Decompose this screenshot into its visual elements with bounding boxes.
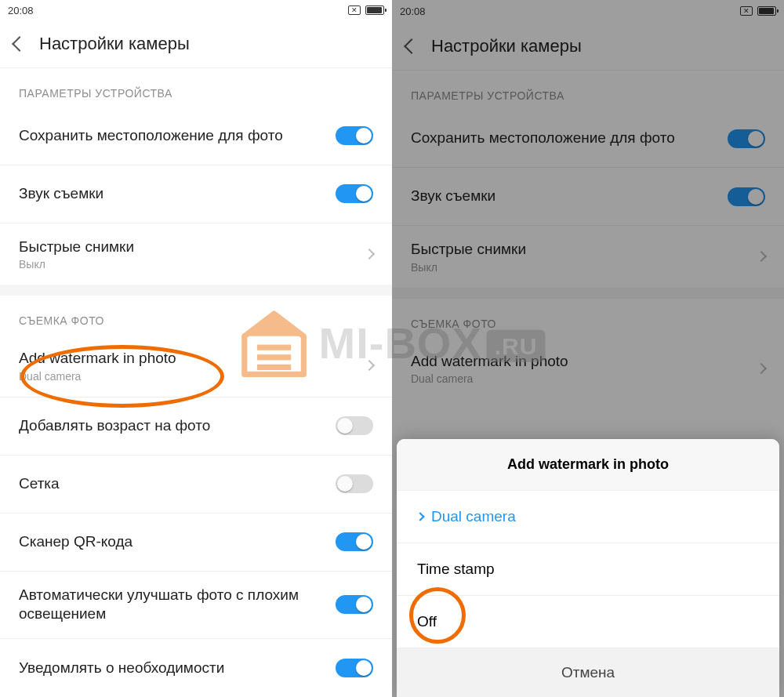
row-shutter-sound[interactable]: Звук съемки: [392, 168, 784, 226]
toggle-age-on-photo[interactable]: [336, 416, 373, 435]
toggle-save-location[interactable]: [336, 126, 373, 145]
row-qr-scanner[interactable]: Сканер QR-кода: [0, 514, 392, 572]
row-save-location[interactable]: Сохранить местоположение для фото: [0, 107, 392, 165]
chevron-right-icon: [756, 363, 767, 374]
row-save-location[interactable]: Сохранить местоположение для фото: [392, 110, 784, 168]
sheet-option-off[interactable]: Off: [397, 596, 779, 648]
sheet-option-time-stamp[interactable]: Time stamp: [397, 543, 779, 596]
toggle-qr-scanner[interactable]: [336, 532, 373, 551]
bottom-sheet-watermark: Add watermark in photo Dual camera Time …: [397, 439, 779, 697]
sub-quick-shots: Выкл: [19, 258, 356, 270]
row-age-on-photo[interactable]: Добавлять возраст на фото: [0, 398, 392, 456]
app-header: Настройки камеры: [392, 22, 784, 71]
row-watermark[interactable]: Add watermark in photo Dual camera: [0, 335, 392, 398]
toggle-notify-need[interactable]: [336, 659, 373, 677]
page-title: Настройки камеры: [39, 34, 190, 54]
chevron-right-icon: [756, 251, 767, 262]
label-grid: Сетка: [19, 474, 326, 494]
label-notify-need: Уведомлять о необходимости: [19, 659, 326, 678]
check-chevron-icon: [416, 512, 424, 521]
screenshot-left: 20:08 ✕ Настройки камеры ПАРАМЕТРЫ УСТРО…: [0, 0, 392, 697]
row-watermark[interactable]: Add watermark in photo Dual camera: [392, 338, 784, 400]
status-bar: 20:08 ✕: [392, 0, 784, 22]
sheet-option-dual-camera[interactable]: Dual camera: [397, 491, 779, 543]
row-notify-need[interactable]: Уведомлять о необходимости: [0, 639, 392, 697]
toggle-shutter-sound[interactable]: [336, 184, 373, 203]
label-qr-scanner: Сканер QR-кода: [19, 532, 326, 552]
status-time: 20:08: [400, 5, 426, 17]
sheet-title: Add watermark in photo: [397, 439, 779, 491]
toggle-grid[interactable]: [336, 474, 373, 493]
label-watermark: Add watermark in photo: [19, 349, 356, 368]
back-icon[interactable]: [404, 38, 419, 54]
row-grid[interactable]: Сетка: [0, 456, 392, 514]
toggle-shutter-sound[interactable]: [728, 187, 765, 206]
status-bar: 20:08 ✕: [0, 0, 392, 21]
back-icon[interactable]: [12, 36, 27, 52]
label-auto-enhance: Автоматически улучшать фото с плохим осв…: [19, 586, 326, 624]
toggle-auto-enhance[interactable]: [336, 595, 373, 614]
label-age-on-photo: Добавлять возраст на фото: [19, 416, 326, 436]
sheet-cancel-button[interactable]: Отмена: [397, 648, 779, 697]
battery-icon: [757, 6, 776, 16]
label-save-location: Сохранить местоположение для фото: [19, 126, 326, 146]
section-shoot-photo: СЪЕМКА ФОТО: [0, 296, 392, 335]
row-quick-shots[interactable]: Быстрые снимки Выкл: [0, 223, 392, 285]
close-icon: ✕: [348, 5, 361, 15]
app-header: Настройки камеры: [0, 21, 392, 68]
row-auto-enhance[interactable]: Автоматически улучшать фото с плохим осв…: [0, 572, 392, 639]
chevron-right-icon: [364, 360, 375, 371]
close-icon: ✕: [740, 6, 753, 16]
row-shutter-sound[interactable]: Звук съемки: [0, 165, 392, 223]
label-shutter-sound: Звук съемки: [19, 184, 326, 204]
section-device-params: ПАРАМЕТРЫ УСТРОЙСТВА: [0, 68, 392, 107]
section-shoot-photo: СЪЕМКА ФОТО: [392, 299, 784, 338]
page-title: Настройки камеры: [431, 36, 582, 56]
toggle-save-location[interactable]: [728, 129, 765, 148]
row-quick-shots[interactable]: Быстрые снимки Выкл: [392, 226, 784, 288]
sub-watermark: Dual camera: [19, 370, 356, 383]
battery-icon: [365, 5, 384, 15]
label-quick-shots: Быстрые снимки: [19, 238, 356, 257]
status-time: 20:08: [8, 5, 34, 16]
screenshot-right: 20:08 ✕ Настройки камеры ПАРАМЕТРЫ УСТРО…: [392, 0, 784, 697]
section-device-params: ПАРАМЕТРЫ УСТРОЙСТВА: [392, 71, 784, 110]
chevron-right-icon: [364, 249, 375, 260]
